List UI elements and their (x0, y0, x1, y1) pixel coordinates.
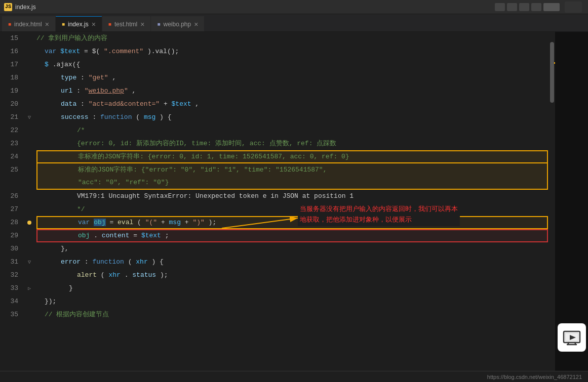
line-num-30: 30 (4, 242, 18, 256)
code-line-18: type : "get" , (36, 71, 548, 84)
html-icon: ■ (8, 21, 11, 27)
gutter-35 (24, 308, 34, 321)
tab-index-html[interactable]: ■ index.html × (2, 16, 55, 31)
fold-arrow-33[interactable]: ▷ (28, 285, 31, 291)
line-num-20: 20 (4, 98, 18, 111)
tab-bar: ■ index.html × ■ index.js × ■ test.html … (0, 14, 588, 32)
line-num-15: 15 (4, 32, 18, 45)
line-num-23: 23 (4, 137, 18, 150)
code-line-25b: "acc": "0", "ref": "0"} (36, 177, 548, 190)
tab-label-weibo-php: weibo.php (164, 21, 191, 28)
line-num-35: 35 (4, 308, 18, 321)
close-tab-weibo-php[interactable]: × (194, 21, 198, 28)
gutter-25b (24, 177, 34, 190)
gutter-29 (24, 229, 34, 242)
gutter-20 (24, 98, 34, 111)
code-line-23: {error: 0, id: 新添加内容的ID, time: 添加时间, acc… (36, 137, 548, 150)
code-line-19: url : "weibo.php" , (36, 84, 548, 98)
js-icon: ■ (62, 21, 65, 27)
tab-weibo-php[interactable]: ■ weibo.php × (151, 16, 204, 31)
gutter-21: ▽ (24, 111, 34, 124)
gutter-16 (24, 45, 34, 58)
tv-icon (563, 329, 581, 346)
status-bar: https://blog.csdn.net/weixin_46872121 (0, 371, 588, 382)
gutter-32 (24, 269, 34, 282)
editor-area: 15 16 17 18 19 20 21 22 23 24 25 · 26 27… (0, 32, 588, 382)
line-num-16: 16 (4, 45, 18, 58)
gutter-26 (24, 190, 34, 203)
line-numbers: 15 16 17 18 19 20 21 22 23 24 25 · 26 27… (0, 32, 24, 382)
html-icon2: ■ (108, 21, 111, 27)
scrollbar[interactable] (548, 32, 555, 382)
gutter-34 (24, 295, 34, 308)
code-line-20: data : "act=add&content=" + $text , (36, 98, 548, 111)
right-panel (555, 32, 588, 382)
line-num-19: 19 (4, 84, 18, 98)
gutter-15 (24, 32, 34, 45)
tab-label-index-html: index.html (14, 21, 42, 28)
line-num-22: 22 (4, 124, 18, 137)
line-num-28: 28 (4, 216, 18, 229)
code-line-27: */ (36, 203, 548, 216)
title-bar-text: index.js (15, 4, 36, 11)
line-num-24: 24 (4, 150, 18, 163)
gutter-19 (24, 84, 34, 98)
line-num-25b: · (4, 177, 18, 190)
code-area[interactable]: // 拿到用户输入的内容 var $text = $( ".comment" )… (34, 32, 548, 382)
tab-index-js[interactable]: ■ index.js × (56, 16, 102, 31)
code-line-24: 非标准的JSON字符串: {error: 0, id: 1, time: 152… (36, 150, 548, 163)
close-tab-index-html[interactable]: × (45, 21, 49, 28)
scrollbar-thumb[interactable] (550, 42, 554, 103)
code-line-26: VM179:1 Uncaught SyntaxError: Unexpected… (36, 190, 548, 203)
code-line-29: obj . content = $text ; (36, 229, 548, 242)
gutter-28 (24, 216, 34, 229)
line-num-29: 29 (4, 229, 18, 242)
warning-dot-28 (27, 221, 31, 225)
close-tab-index-js[interactable]: × (92, 21, 96, 28)
app-icon: JS (4, 3, 12, 11)
code-line-28: var obj = eval ( "(" + msg + ")" ); (36, 216, 548, 229)
line-num-21: 21 (4, 111, 18, 124)
gutter-25 (24, 163, 34, 177)
code-line-35: // 根据内容创建节点 (36, 308, 548, 321)
gutter-17 (24, 58, 34, 71)
video-player-button[interactable] (558, 323, 586, 352)
code-line-33: } (36, 282, 548, 295)
fold-arrow-21[interactable]: ▽ (28, 114, 31, 120)
gutter-18 (24, 71, 34, 84)
line-num-34: 34 (4, 295, 18, 308)
code-line-15: // 拿到用户输入的内容 (36, 32, 548, 45)
code-line-16: var $text = $( ".comment" ).val(); (36, 45, 548, 58)
gutter-31: ▽ (24, 256, 34, 269)
blog-url: https://blog.csdn.net/weixin_46872121 (487, 374, 582, 380)
tab-label-test-html: test.html (114, 21, 137, 28)
gutter-27 (24, 203, 34, 216)
line-num-26: 26 (4, 190, 18, 203)
line-num-31: 31 (4, 256, 18, 269)
code-line-21: success : function ( msg ) { (36, 111, 548, 124)
tab-test-html[interactable]: ■ test.html × (102, 16, 151, 31)
line-num-17: 17 (4, 58, 18, 71)
code-line-25: 标准的JSON字符串: {"error": "0", "id": "1", "t… (36, 163, 548, 177)
close-tab-test-html[interactable]: × (140, 21, 144, 28)
title-bar: JS index.js (0, 0, 588, 14)
line-num-18: 18 (4, 71, 18, 84)
gutter-33: ▷ (24, 282, 34, 295)
fold-arrow-31[interactable]: ▽ (28, 259, 31, 265)
code-line-22: /* (36, 124, 548, 137)
code-line-32: alert ( xhr . status ); (36, 269, 548, 282)
line-num-32: 32 (4, 269, 18, 282)
gutter-30 (24, 242, 34, 256)
gutter-24 (24, 150, 34, 163)
php-icon: ■ (157, 21, 160, 27)
code-line-30: }, (36, 242, 548, 256)
line-num-27: 27 (4, 203, 18, 216)
code-line-17: $ .ajax({ (36, 58, 548, 71)
gutter-22 (24, 124, 34, 137)
gutter-23 (24, 137, 34, 150)
tab-label-index-js: index.js (68, 21, 89, 28)
code-line-34: }); (36, 295, 548, 308)
code-line-31: error : function ( xhr ) { (36, 256, 548, 269)
line-num-33: 33 (4, 282, 18, 295)
chinese-annotation: 当服务器没有把用户输入的内容返回时，我们可以再本 地获取，把他添加进对象种，以便… (298, 203, 460, 226)
